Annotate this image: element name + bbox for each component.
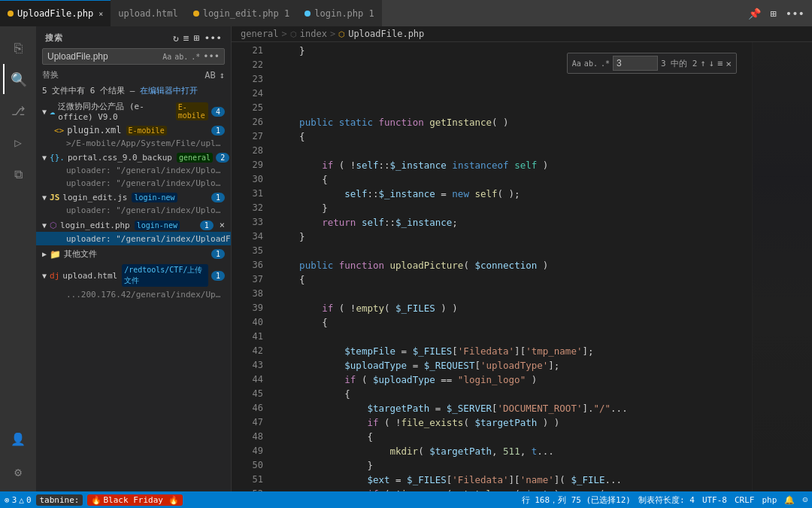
code-line: $uploadType = $_REQUEST['uploadType']; xyxy=(268,358,752,373)
breadcrumb-general[interactable]: general xyxy=(241,29,279,39)
title-bar-icons: 📌 ⊞ ••• xyxy=(741,0,812,26)
breadcrumb-icon: ⬡ xyxy=(290,30,297,38)
tree-section-other[interactable]: ▶ 📁 其他文件 1 xyxy=(36,247,231,261)
sidebar-header: 搜索 ↻ ≡ ⊞ ••• xyxy=(36,26,231,45)
code-line xyxy=(268,287,752,301)
code-line: $targetPath = $_SERVER['DOCUMENT_ROOT'].… xyxy=(268,401,752,415)
tree-item-plugin-xml[interactable]: <> plugin.xml E-mobile 1 xyxy=(36,123,231,137)
code-line: { xyxy=(268,129,752,144)
replace-case-icon[interactable]: AB xyxy=(205,70,215,81)
activity-debug[interactable]: ▷ xyxy=(3,127,33,157)
split-icon[interactable]: ⊞ xyxy=(770,8,776,20)
feedback-icon[interactable]: ☺ xyxy=(802,495,807,505)
tab-uploadfile-php[interactable]: UploadFile.php × xyxy=(0,0,111,26)
status-bar: ⊗ 3 △ 0 tabnine: 🔥 Black Friday 🔥 行 168，… xyxy=(0,491,812,508)
black-friday-badge[interactable]: 🔥 Black Friday 🔥 xyxy=(87,494,182,506)
section-badge: 4 xyxy=(211,107,225,117)
ellipsis-icon[interactable]: ••• xyxy=(203,51,220,62)
title-bar: UploadFile.php × upload.html login_edit.… xyxy=(0,0,812,26)
find-prev-icon[interactable]: ↑ xyxy=(700,58,705,68)
code-line xyxy=(268,72,752,87)
item-name: plugin.xml xyxy=(67,125,121,135)
item-text: uploader: "/general/index/UploadFile.php… xyxy=(66,234,231,244)
code-line: if ( !file_exists( $targetPath ) ) xyxy=(268,415,752,430)
find-options-ab[interactable]: ab. xyxy=(584,59,598,68)
chevron-down-icon3: ▼ xyxy=(42,193,47,202)
breadcrumb-current[interactable]: UploadFile.php xyxy=(348,29,424,39)
find-options-aa[interactable]: Aa xyxy=(572,59,581,68)
activity-git[interactable]: ⎇ xyxy=(3,96,33,126)
section-name5: 其他文件 xyxy=(64,248,97,260)
more-sidebar-icon[interactable]: ••• xyxy=(205,32,222,44)
tree-item-portal-2[interactable]: uploader: "/general/index/UploadFile.php… xyxy=(36,177,231,190)
replace-label: 替换 xyxy=(42,69,59,81)
replace-row: 替换 AB ↕ xyxy=(36,68,231,84)
cursor-position[interactable]: 行 168，列 75 (已选择12) xyxy=(522,494,631,506)
breadcrumb-sep1: > xyxy=(282,29,287,39)
chevron-down-icon: ▼ xyxy=(42,108,47,116)
activity-account[interactable]: 👤 xyxy=(3,424,33,454)
close-section-icon[interactable]: × xyxy=(220,220,225,230)
tree-section-login-edit-js[interactable]: ▼ JS login_edit.js login-new 1 xyxy=(36,191,231,204)
code-line: } xyxy=(268,201,752,215)
refresh-icon[interactable]: ↻ xyxy=(173,32,179,44)
open-in-editor-link[interactable]: 在编辑器中打开 xyxy=(140,86,198,96)
code-content[interactable]: } public static function getInstance( ) … xyxy=(268,42,752,491)
indent-setting[interactable]: 制表符长度: 4 xyxy=(638,494,695,506)
tab-close-icon[interactable]: × xyxy=(98,10,103,18)
clear-icon[interactable]: ≡ xyxy=(183,32,189,44)
tree-item-logineditjs[interactable]: uploader: "/general/index/UploadFile.php… xyxy=(36,204,231,217)
notification-bell-icon[interactable]: 🔔 xyxy=(784,495,795,505)
replace-all-icon[interactable]: ↕ xyxy=(220,70,225,81)
whole-word-icon[interactable]: ab. xyxy=(174,53,188,61)
tab-label: UploadFile.php xyxy=(17,8,93,19)
search-input[interactable] xyxy=(47,51,159,62)
tab-label: login.php 1 xyxy=(314,8,374,19)
collapse-icon[interactable]: ⊞ xyxy=(194,32,200,44)
find-close-icon[interactable]: × xyxy=(726,58,732,69)
tab-dot-blue xyxy=(304,11,311,17)
tab-login-edit-php[interactable]: login_edit.php 1 xyxy=(186,0,298,26)
status-right: 行 168，列 75 (已选择12) 制表符长度: 4 UTF-8 CRLF p… xyxy=(522,494,807,506)
tab-login-php[interactable]: login.php 1 xyxy=(297,0,381,26)
section-name6: upload.html xyxy=(62,271,117,281)
code-line: } xyxy=(268,458,752,473)
tree-item-logineditphp-active[interactable]: uploader: "/general/index/UploadFile.php… xyxy=(36,232,231,245)
find-toggle-icon[interactable]: ≡ xyxy=(717,58,723,68)
tabnine-label: tabnine: xyxy=(40,495,80,505)
activity-settings[interactable]: ⚙ xyxy=(3,457,33,487)
find-input[interactable] xyxy=(613,56,658,71)
encoding[interactable]: UTF-8 xyxy=(702,495,727,505)
pin-icon[interactable]: 📌 xyxy=(748,8,761,20)
tab-upload-html[interactable]: upload.html xyxy=(111,0,185,26)
find-next-icon[interactable]: ↓ xyxy=(709,58,714,68)
tree-section-eoffice[interactable]: ▼ ☁ 泛微协同办公产品 (e-office) V9.0 E-mobile 4 xyxy=(36,99,231,123)
tree-section-login-edit-php[interactable]: ▼ ⬡ login_edit.php login-new 1 × xyxy=(36,218,231,232)
breadcrumb-sep2: > xyxy=(330,29,335,39)
code-line: $tempFile = $_FILES['Filedata']['tmp_nam… xyxy=(268,344,752,358)
language-mode[interactable]: php xyxy=(762,495,777,505)
error-count[interactable]: ⊗ 3 △ 0 xyxy=(5,495,32,505)
section-badge6: 1 xyxy=(211,271,225,281)
find-match-count: 3 中的 2 xyxy=(661,58,698,69)
tab-label: upload.html xyxy=(118,8,177,19)
tabnine-status[interactable]: tabnine: xyxy=(36,494,83,506)
case-sensitive-icon[interactable]: Aa xyxy=(162,53,171,61)
activity-explorer[interactable]: ⎘ xyxy=(3,32,33,62)
regex-icon[interactable]: .* xyxy=(191,53,200,61)
find-options-regex[interactable]: .* xyxy=(601,59,610,68)
section-tag-emobile: E-mobile xyxy=(176,102,208,120)
section-badge2: 2 xyxy=(216,153,229,163)
breadcrumb-index[interactable]: index xyxy=(300,29,327,39)
activity-extensions[interactable]: ⧉ xyxy=(3,159,33,189)
more-icon[interactable]: ••• xyxy=(786,8,804,20)
code-line: { xyxy=(268,172,752,187)
tree-section-portal[interactable]: ▼ {}. portal.css_9.0_backup general 2 xyxy=(36,151,231,164)
line-ending[interactable]: CRLF xyxy=(735,495,755,505)
fire-icon: 🔥 xyxy=(91,495,102,505)
tree-item-plugin-path[interactable]: >/E-mobile/App/System/File/uploadFile.ph… xyxy=(36,137,231,150)
activity-search[interactable]: 🔍 xyxy=(3,64,33,94)
tree-item-portal-1[interactable]: uploader: "/general/index/UploadFile.php… xyxy=(36,164,231,177)
tree-item-upload-html[interactable]: ...200.176.42/general/index/UploadFile.p… xyxy=(36,288,231,301)
tree-section-upload-html[interactable]: ▼ dj upload.html /redtools/CTF/上传文件 1 xyxy=(36,263,231,288)
